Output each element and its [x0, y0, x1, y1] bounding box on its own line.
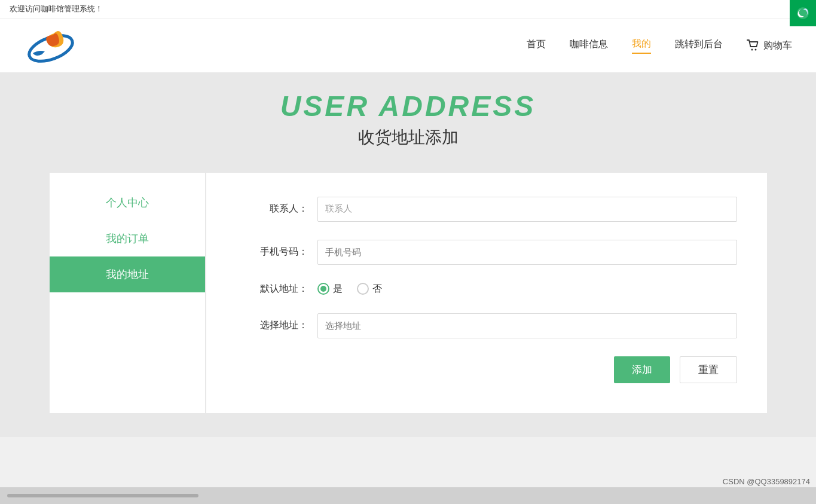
main-content: 个人中心 我的订单 我的地址 联系人： 手机号码： 默认地址： — [0, 161, 816, 437]
cart-label: 购物车 — [763, 39, 792, 52]
phone-input[interactable] — [317, 240, 737, 265]
radio-yes-button[interactable] — [317, 283, 329, 295]
select-address-input[interactable] — [317, 313, 737, 338]
bottom-bar — [0, 487, 816, 504]
phone-label: 手机号码： — [254, 246, 308, 258]
select-address-label: 选择地址： — [254, 319, 308, 332]
form-row-select-address: 选择地址： — [254, 313, 737, 338]
radio-group-default: 是 否 — [317, 283, 382, 295]
radio-yes-text: 是 — [333, 283, 343, 295]
nav-backend[interactable]: 跳转到后台 — [675, 38, 723, 53]
header: 首页 咖啡信息 我的 跳转到后台 购物车 — [0, 19, 816, 73]
sidebar: 个人中心 我的订单 我的地址 — [50, 173, 205, 413]
progress-bar — [7, 494, 198, 497]
browser-icon — [790, 0, 816, 26]
hero-title-zh: 收货地址添加 — [0, 126, 816, 149]
watermark: CSDN @QQ3359892174 — [723, 477, 810, 486]
logo — [24, 25, 78, 66]
hero-title-en: USER ADDRESS — [0, 91, 816, 123]
cart-icon — [747, 39, 760, 51]
radio-yes-label[interactable]: 是 — [317, 283, 343, 295]
nav-mine[interactable]: 我的 — [632, 38, 651, 54]
radio-no-text: 否 — [372, 283, 382, 295]
nav-coffee-info[interactable]: 咖啡信息 — [570, 38, 608, 53]
add-button[interactable]: 添加 — [614, 356, 670, 383]
content-wrapper: 个人中心 我的订单 我的地址 联系人： 手机号码： 默认地址： — [50, 173, 767, 413]
radio-no-label[interactable]: 否 — [357, 283, 382, 295]
svg-point-1 — [751, 49, 753, 51]
main-nav: 首页 咖啡信息 我的 跳转到后台 购物车 — [527, 38, 792, 54]
radio-no-button[interactable] — [357, 283, 369, 295]
default-address-label: 默认地址： — [254, 283, 308, 295]
form-row-default-address: 默认地址： 是 否 — [254, 283, 737, 295]
top-notice-bar: 欢迎访问咖啡馆管理系统！ — [0, 0, 816, 19]
sidebar-item-personal-center[interactable]: 个人中心 — [50, 185, 205, 221]
reset-button[interactable]: 重置 — [680, 356, 737, 383]
nav-cart[interactable]: 购物车 — [747, 39, 792, 52]
contact-label: 联系人： — [254, 203, 308, 215]
sidebar-item-my-orders[interactable]: 我的订单 — [50, 221, 205, 256]
form-buttons: 添加 重置 — [254, 356, 737, 383]
form-row-contact: 联系人： — [254, 197, 737, 222]
svg-point-2 — [755, 49, 757, 51]
form-row-phone: 手机号码： — [254, 240, 737, 265]
sidebar-item-my-address[interactable]: 我的地址 — [50, 256, 205, 292]
form-area: 联系人： 手机号码： 默认地址： 是 否 — [206, 173, 767, 413]
notice-text: 欢迎访问咖啡馆管理系统！ — [10, 4, 103, 14]
contact-input[interactable] — [317, 197, 737, 222]
nav-home[interactable]: 首页 — [527, 38, 546, 53]
hero-section: USER ADDRESS 收货地址添加 — [0, 73, 816, 161]
